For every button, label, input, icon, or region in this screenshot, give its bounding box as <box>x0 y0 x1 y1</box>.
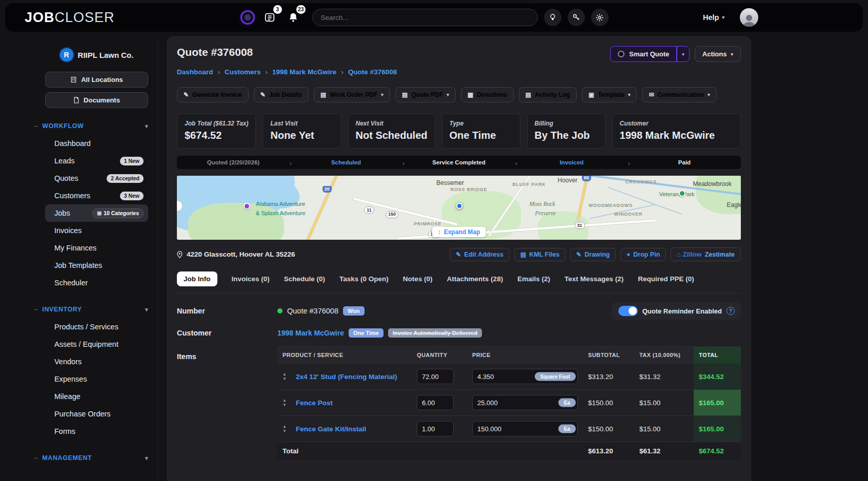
toolbar-button[interactable]: ▣ Template ▾ <box>582 87 637 102</box>
map-label: Eagle <box>727 202 741 208</box>
breadcrumb-link[interactable]: Quote #376008 <box>348 68 397 76</box>
toolbar-button-label: Communication <box>658 91 704 98</box>
product-link[interactable]: Fence Gate Kit/Install <box>296 425 366 433</box>
sidebar-section-management[interactable]: -- MANAGEMENT ▾ <box>45 454 148 462</box>
chevron-down-icon[interactable]: ▾ <box>145 123 148 130</box>
toolbar-button[interactable]: ▤ Activity Log ▾ <box>519 87 577 102</box>
breadcrumb-link[interactable]: Dashboard <box>177 68 225 76</box>
map-pin-icon <box>177 251 183 258</box>
smart-quote-dropdown[interactable]: ▾ <box>677 46 690 62</box>
tab[interactable]: Required PPE (0) <box>638 275 694 283</box>
sidebar-item[interactable]: Mileage <box>45 388 148 405</box>
sidebar-item[interactable]: Products / Services <box>45 318 148 336</box>
sidebar-item[interactable]: Job Templates <box>45 257 148 274</box>
move-up-icon[interactable]: ▲ <box>282 398 286 403</box>
search-input[interactable] <box>312 9 538 26</box>
inventory-items: Products / Services Assets / Equipment V… <box>45 318 148 440</box>
quote-reminder-toggle[interactable] <box>618 306 638 316</box>
product-link[interactable]: 2x4 12' Stud (Fencing Material) <box>296 373 397 381</box>
settings-button[interactable] <box>591 9 609 26</box>
address-action-button[interactable]: ▤ KML Files <box>514 248 566 261</box>
address-action-label: Drawing <box>584 251 610 258</box>
tab[interactable]: Notes (0) <box>403 275 433 283</box>
key-button[interactable] <box>568 9 585 26</box>
sidebar-item[interactable]: Quotes 2 Accepted <box>45 170 148 187</box>
tab[interactable]: Job Info <box>177 271 217 286</box>
toolbar-button[interactable]: ✎ Generate Invoice ▾ <box>177 87 249 102</box>
chevron-down-icon[interactable]: ▾ <box>145 306 148 313</box>
sidebar-item[interactable]: Scheduler <box>45 274 148 291</box>
move-up-icon[interactable]: ▲ <box>282 424 286 429</box>
pipeline-stage[interactable]: Quoted (2/20/2026) <box>177 159 290 165</box>
move-down-icon[interactable]: ▼ <box>282 377 286 381</box>
expand-map-button[interactable]: ↕ Expand Map <box>432 227 486 237</box>
sidebar-item[interactable]: Invoices <box>45 222 148 239</box>
topbar: JOBCLOSER 3 23 Help ▾ <box>5 3 863 32</box>
quantity-input[interactable] <box>417 369 454 384</box>
move-up-icon[interactable]: ▲ <box>282 372 286 377</box>
pipeline-stage[interactable]: Scheduled <box>290 159 402 165</box>
smart-quote-button[interactable]: Smart Quote ▾ <box>610 46 690 62</box>
document-icon: ▤ <box>402 91 408 98</box>
product-link[interactable]: Fence Post <box>296 399 333 407</box>
toolbar-button[interactable]: ▤ Work Order PDF ▾ <box>314 87 390 102</box>
breadcrumb-link[interactable]: Customers <box>225 68 272 76</box>
customer-link[interactable]: 1998 Mark McGwire <box>277 329 344 337</box>
documents-button[interactable]: Documents <box>45 92 148 108</box>
pipeline-stage[interactable]: Paid <box>628 159 741 165</box>
address-action-button[interactable]: ✎ Edit Address <box>450 248 510 261</box>
map[interactable]: BessemerAlabama Adventure& Splash Advent… <box>177 176 741 240</box>
tab[interactable]: Schedule (0) <box>284 275 325 283</box>
address-action-button[interactable]: ⌖ Drop Pin <box>620 248 666 261</box>
actions-button[interactable]: Actions ▾ <box>695 46 741 62</box>
sidebar-item[interactable]: Leads 1 New <box>45 152 148 170</box>
pipeline-stage[interactable]: Invoiced <box>515 159 628 165</box>
address-action-button[interactable]: ✎ Drawing <box>570 248 616 261</box>
sidebar-item[interactable]: Forms <box>45 423 148 440</box>
price-field: Ea <box>472 425 578 433</box>
tab[interactable]: Attachments (28) <box>447 275 503 283</box>
sidebar-item[interactable]: Purchase Orders <box>45 405 148 423</box>
tab[interactable]: Invoices (0) <box>232 275 270 283</box>
quantity-input[interactable] <box>417 395 454 410</box>
sidebar-item-label: Customers <box>54 192 90 200</box>
all-locations-button[interactable]: All Locations <box>45 72 148 88</box>
tab[interactable]: Tasks (0 Open) <box>339 275 389 283</box>
menu-button[interactable]: 3 <box>261 9 278 26</box>
sidebar-section-workflow[interactable]: -- WORKFLOW ▾ <box>45 122 148 130</box>
map-label: Meadowbrook <box>693 181 732 187</box>
sidebar-item[interactable]: Dashboard <box>45 135 148 152</box>
route-shield: 11 <box>364 206 374 214</box>
sidebar-item[interactable]: Jobs ⊞10 Categories <box>45 204 148 222</box>
help-circle-icon[interactable]: ? <box>726 307 735 315</box>
company[interactable]: R RIIPL Lawn Co. <box>45 48 148 61</box>
sidebar-item[interactable]: Customers 3 New <box>45 187 148 204</box>
sidebar-item[interactable]: My Finances <box>45 239 148 257</box>
breadcrumb-link[interactable]: 1998 Mark McGwire <box>272 68 348 76</box>
table-total-row: Total $613.20 $61.32 $674.52 <box>277 442 741 461</box>
idea-button[interactable] <box>544 9 561 26</box>
sidebar-item-label: Invoices <box>54 226 82 235</box>
toolbar-button[interactable]: ✎ Job Details ▾ <box>254 87 309 102</box>
quantity-input[interactable] <box>417 421 454 436</box>
tab[interactable]: Emails (2) <box>517 275 550 283</box>
sidebar-section-inventory[interactable]: -- INVENTORY ▾ <box>45 306 148 313</box>
move-down-icon[interactable]: ▼ <box>282 403 286 407</box>
sidebar-item[interactable]: Assets / Equipment <box>45 336 148 353</box>
record-icon[interactable] <box>240 10 255 25</box>
sidebar-item[interactable]: Vendors <box>45 353 148 370</box>
toolbar-button[interactable]: ▤ Quote PDF ▾ <box>395 87 456 102</box>
sidebar-item[interactable]: Expenses <box>45 370 148 388</box>
tab[interactable]: Text Messages (2) <box>564 275 623 283</box>
toolbar-button[interactable]: ✉ Communication ▾ <box>642 87 716 102</box>
zillow-zestimate-button[interactable]: ⌂ Zillow Zestimate <box>671 247 741 261</box>
help-menu[interactable]: Help ▾ <box>703 13 724 22</box>
user-avatar[interactable] <box>740 8 758 27</box>
move-down-icon[interactable]: ▼ <box>282 429 286 433</box>
chevron-down-icon[interactable]: ▾ <box>145 455 148 462</box>
template-icon: ▣ <box>589 91 594 98</box>
toolbar-button[interactable]: ▦ Directions ▾ <box>461 87 514 102</box>
notifications-button[interactable]: 23 <box>285 9 302 26</box>
sidebar-item-badge: 1 New <box>120 157 144 165</box>
pipeline-stage[interactable]: Service Completed <box>402 159 515 165</box>
